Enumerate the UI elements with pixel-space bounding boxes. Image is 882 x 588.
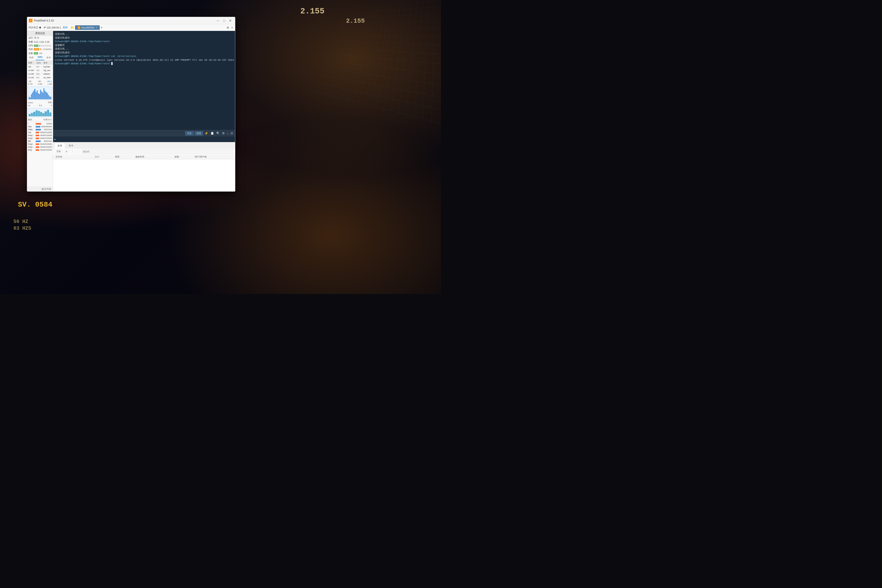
proc-mem-4: 13.1M [28, 76, 35, 79]
disk-path-dev: /dev [28, 126, 35, 128]
settings-icon-button[interactable]: ⚙ [221, 131, 225, 135]
chart-bar-14 [44, 88, 44, 99]
right-panel: 连接主机... 连接主机成功 hchuan1@RT-BE88U-E34B:/tm… [53, 31, 235, 191]
chart-bar-2 [30, 98, 31, 99]
disk-row-data: /data 15M/16M [28, 128, 52, 131]
proc-cmd-1: /usr/sbi [43, 65, 52, 68]
input-prompt[interactable]: ▶ [54, 138, 234, 141]
proc-cmd-2: cfg_sen [43, 69, 52, 72]
mem-value: 572M/2G [43, 48, 51, 50]
status-dot [39, 27, 41, 28]
cpu-row: CPU 3% [27, 44, 53, 47]
download-btn[interactable]: ↓ [76, 150, 80, 153]
input-area: ▶ [53, 136, 235, 142]
add-tab-button[interactable]: + [100, 26, 104, 30]
term-line-4: 连接断开 [55, 44, 233, 47]
ping-values-row: 15 8.5 2 [28, 104, 52, 107]
history-toolbar-btn[interactable]: 历史 [55, 150, 63, 153]
disk-row-tmp4: /tmp/... 994M/1000M [28, 146, 52, 148]
history-button[interactable]: 历史 [185, 131, 194, 136]
latency-section: 14ms 本机 15 8.5 2 [27, 100, 53, 108]
upload-btn[interactable]: ↑ [70, 150, 74, 153]
term-line-1: 连接主机... [55, 32, 233, 36]
terminal-area: 连接主机... 连接主机成功 hchuan1@RT-BE88U-E34B:/tm… [53, 31, 235, 142]
mem-bar-fill [40, 48, 41, 50]
tab-files[interactable]: 文件 [54, 143, 65, 148]
tab-bar: 📁 1 AsusBE88U ✕ + [70, 26, 225, 30]
latency-label: 14ms [28, 102, 33, 104]
load-value: 0.02, 0.09, 0.08 [34, 41, 50, 43]
process-row-1: 2M 0.7 /usr/sbi [28, 65, 52, 68]
term-line-2: 连接主机成功 [55, 36, 233, 40]
chart-bar-17 [47, 93, 48, 99]
fullscreen-icon-button[interactable]: ⊡ [230, 131, 234, 135]
ping-val-1: 15 [28, 104, 30, 106]
ping-bar-1 [28, 114, 31, 116]
latency-row: 14ms 本机 [28, 101, 52, 104]
chart-bar-18 [48, 95, 49, 99]
process-row-4: 13.1M 0.1 sw_devi [28, 76, 52, 79]
options-button[interactable]: 选项 [195, 131, 203, 136]
file-table-body[interactable] [53, 159, 235, 191]
bg-hz1-label: 56 HZ [14, 219, 28, 225]
copy-icon-button[interactable]: 📋 [210, 131, 214, 135]
lightning-icon-button[interactable]: ⚡ [204, 131, 209, 135]
swap-value: 0/0 [39, 52, 42, 54]
minimize-button[interactable]: ─ [215, 18, 221, 23]
sync-label: 同步状态 [28, 26, 38, 29]
proc-header-cmd: 命令 [43, 61, 52, 65]
chart-bar-12 [41, 92, 42, 99]
chart-bar-8 [37, 90, 38, 99]
activate-bar[interactable]: 激活/升级 [27, 187, 53, 191]
net-iface-select[interactable]: wl1.1 [47, 80, 52, 82]
load-row: 负载 0.02, 0.09, 0.08 [27, 40, 53, 44]
download-icon-button[interactable]: ↓ [226, 131, 229, 135]
term-line-5: 连接主机... [55, 47, 233, 51]
tab-command[interactable]: 命令 [44, 56, 53, 60]
refresh-btn[interactable]: ↺ [64, 150, 69, 153]
ping-chart [28, 108, 52, 117]
net-values-row: 3.7M 2.5M 1.3M [28, 82, 52, 86]
grid-view-button[interactable]: ⊞ [226, 26, 230, 30]
close-button[interactable]: ✕ [228, 18, 233, 23]
tab-label: AsusBE88U [81, 26, 94, 29]
sidebar: 系统信息 运行 18 分 负载 0.02, 0.09, 0.08 CPU 3% … [27, 31, 53, 191]
uptime-row: 运行 18 分 [27, 36, 53, 40]
disk-row-tmp5: /tmp 994M/1000M [28, 148, 52, 152]
disk-path-data: /data [28, 128, 35, 130]
tab-asusBE88U[interactable]: 1 AsusBE88U ✕ [75, 26, 99, 30]
chart-bar-5 [33, 91, 34, 99]
disk-path-tmp5: /tmp [28, 149, 35, 151]
mem-pct-badge: 29% [34, 48, 39, 50]
disk-path-jffs: /jffs [28, 140, 35, 142]
col-perm: 权限 [174, 155, 194, 159]
process-row-3: 14.3M 0.2 networi [28, 72, 52, 75]
maximize-button[interactable]: □ [221, 18, 227, 23]
disk-size-tmp2: 994M/1000M [40, 137, 52, 140]
disk-size-root: 0/56M [42, 123, 52, 125]
cpu-bar-fill [39, 45, 40, 46]
tab-commands[interactable]: 命令 [66, 143, 76, 148]
search-icon-button[interactable]: 🔍 [216, 131, 220, 135]
term-line-7: hchuan1@RT-BE88U-E34B:/tmp/home/root# ca… [55, 54, 233, 58]
address-bar[interactable] [81, 149, 233, 154]
process-table-header: 内存 CPU 命令 [28, 61, 52, 65]
list-view-button[interactable]: ≡ [230, 26, 234, 30]
mem-label: 内存 [28, 48, 33, 51]
disk-path-var: /var [28, 131, 35, 134]
col-filename: 文件名 [55, 155, 94, 159]
terminal-output[interactable]: 连接主机... 连接主机成功 hchuan1@RT-BE88U-E34B:/tm… [53, 31, 235, 130]
chart-bar-6 [34, 89, 35, 99]
tab-memory[interactable]: 内存 [27, 56, 36, 60]
chart-bar-11 [40, 90, 41, 99]
tab-number: 1 [77, 26, 81, 29]
tab-close-icon[interactable]: ✕ [96, 26, 98, 28]
main-content: 系统信息 运行 18 分 负载 0.02, 0.09, 0.08 CPU 3% … [27, 31, 235, 191]
tab-cpu[interactable]: CPU [36, 56, 44, 60]
chart-bar-13 [42, 93, 43, 99]
chart-bar-19 [49, 96, 50, 99]
main-window: F FinalShell 4.3.10 ─ □ ✕ 同步状态 IP 192.16… [27, 17, 235, 192]
uptime-label: 运行 [28, 36, 33, 39]
copy-button[interactable]: 复制 [63, 26, 68, 29]
disk-size-var: 999M/1000M [40, 131, 52, 134]
